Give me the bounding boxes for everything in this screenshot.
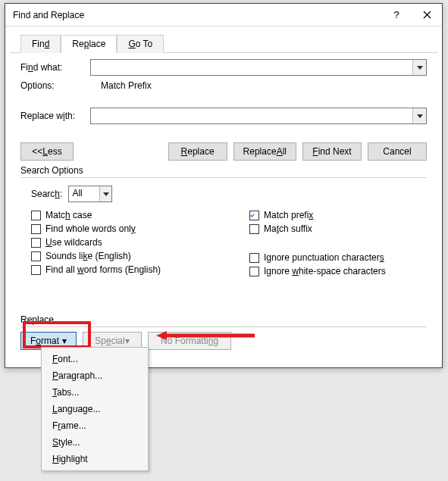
caret-down-icon: ▾ [125, 336, 130, 346]
close-button[interactable] [412, 4, 442, 27]
menu-style[interactable]: Style... [42, 434, 148, 451]
check-match-case[interactable]: Match case [31, 210, 249, 220]
replace-with-dropdown[interactable] [412, 108, 426, 123]
chevron-down-icon [417, 66, 423, 70]
check-word-forms[interactable]: Find all word forms (English) [31, 264, 249, 275]
find-what-dropdown[interactable] [412, 60, 426, 75]
less-button[interactable]: << Less [20, 142, 74, 161]
check-whole-words[interactable]: Find whole words only [31, 223, 249, 234]
search-direction-label: Search: [31, 189, 62, 199]
tabstrip: Find Replace Go To [5, 27, 442, 52]
menu-language[interactable]: Language... [42, 401, 148, 417]
tab-find[interactable]: Find [20, 35, 61, 53]
dialog-body: Find what: Options: Match Prefix Replace… [10, 52, 437, 356]
search-direction-value: All [69, 186, 99, 201]
replace-format-header: Replace [20, 314, 427, 327]
menu-highlight[interactable]: Highlight [42, 451, 148, 467]
replace-with-combo[interactable] [90, 108, 427, 124]
chevron-down-icon [417, 114, 423, 118]
options-value: Match Prefix [101, 80, 152, 91]
menu-font[interactable]: Font... [42, 351, 148, 367]
check-match-suffix[interactable]: Match suffix [249, 223, 416, 234]
checkbox-icon [249, 253, 259, 263]
format-dropdown-menu: Font... Paragraph... Tabs... Language...… [41, 347, 149, 471]
options-label: Options: [20, 80, 86, 91]
find-what-label: Find what: [20, 62, 86, 73]
chevron-down-icon [103, 192, 109, 196]
check-ignore-punct[interactable]: Ignore punctuation characters [249, 252, 416, 263]
check-wildcards[interactable]: Use wildcards [31, 237, 249, 248]
check-sounds-like[interactable]: Sounds like (English) [31, 251, 249, 261]
checks-right-col: Match prefix Match suffix Ignore punctua… [249, 210, 416, 276]
find-replace-dialog: Find and Replace ? Find Replace Go To Fi… [5, 3, 443, 368]
dialog-title: Find and Replace [13, 10, 381, 20]
cancel-button[interactable]: Cancel [368, 142, 427, 161]
menu-tabs[interactable]: Tabs... [42, 384, 148, 401]
caret-down-icon: ▾ [62, 336, 67, 346]
search-direction-combo[interactable]: All [68, 186, 112, 202]
no-formatting-button[interactable]: No Formatting [148, 332, 231, 350]
search-direction-dropdown[interactable] [99, 186, 111, 201]
checkbox-icon [31, 238, 41, 248]
find-next-button[interactable]: Find Next [302, 142, 362, 161]
check-match-prefix[interactable]: Match prefix [249, 210, 416, 220]
checkbox-icon [249, 267, 259, 276]
checkbox-icon [249, 224, 259, 234]
check-ignore-ws[interactable]: Ignore white-space characters [249, 266, 416, 276]
checkbox-checked-icon [249, 211, 259, 220]
search-options-header: Search Options [20, 165, 427, 178]
tab-goto[interactable]: Go To [117, 35, 164, 53]
checkbox-icon [31, 224, 41, 234]
tab-replace[interactable]: Replace [61, 35, 117, 53]
replace-button[interactable]: Replace [168, 142, 227, 161]
find-what-input[interactable] [91, 60, 412, 75]
menu-frame[interactable]: Frame... [42, 417, 148, 434]
titlebar: Find and Replace ? [5, 4, 442, 27]
checks-left-col: Match case Find whole words only Use wil… [31, 210, 249, 276]
checkbox-icon [31, 251, 41, 261]
action-buttons: << Less Replace Replace All Find Next Ca… [20, 142, 427, 161]
find-what-combo[interactable] [90, 59, 427, 76]
help-button[interactable]: ? [381, 4, 412, 27]
replace-all-button[interactable]: Replace All [233, 142, 296, 161]
checkbox-icon [31, 211, 41, 220]
replace-with-input[interactable] [91, 108, 412, 123]
checkbox-icon [31, 265, 41, 275]
replace-with-label: Replace with: [20, 111, 86, 121]
close-icon [423, 11, 431, 19]
menu-paragraph[interactable]: Paragraph... [42, 367, 148, 384]
checkbox-area: Match case Find whole words only Use wil… [31, 210, 416, 276]
